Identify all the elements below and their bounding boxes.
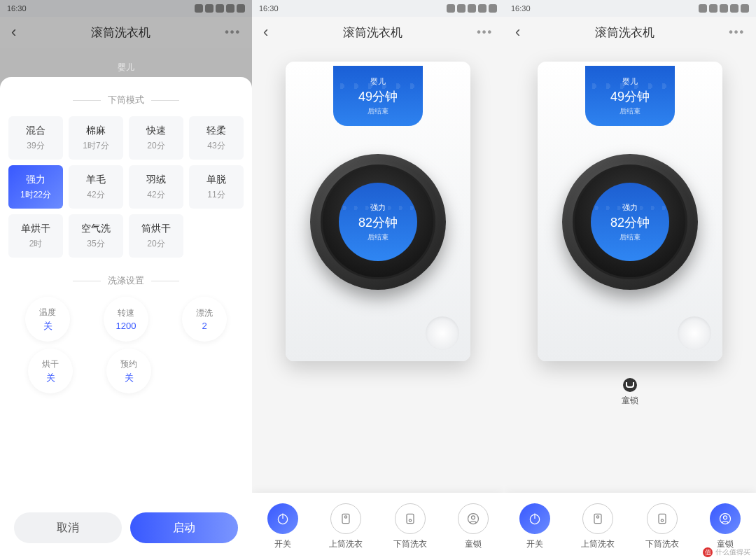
mode-time: 1时7分	[83, 140, 108, 152]
main-sub: 后结束	[620, 232, 640, 242]
back-icon[interactable]: ‹	[515, 23, 520, 41]
power-icon	[267, 503, 298, 534]
more-icon[interactable]: •••	[477, 26, 493, 38]
mode-time: 11分	[207, 189, 225, 201]
mode-time: 35分	[87, 238, 104, 250]
mode-option[interactable]: 混合39分	[8, 116, 63, 160]
mode-option[interactable]: 强力1时22分	[8, 165, 63, 209]
mode-option[interactable]: 棉麻1时7分	[69, 116, 123, 160]
mode-name: 强力	[26, 174, 46, 186]
screen-mode-sheet: 16:30 ‹ 滚筒洗衣机 ••• 婴儿 下筒模式 混合39分棉麻1时7分快速2…	[0, 0, 252, 560]
top-drum-mode: 婴儿	[370, 76, 386, 87]
mode-time: 2时	[29, 238, 43, 250]
more-icon[interactable]: •••	[729, 26, 745, 38]
watermark-logo-icon: 值	[703, 547, 713, 557]
mode-sheet: 下筒模式 混合39分棉麻1时7分快速20分轻柔43分强力1时22分羊毛42分羽绒…	[0, 77, 252, 560]
screen-device-main: 16:30 ‹ 滚筒洗衣机 ••• 婴儿 49分钟 后结束 强力 82分钟 后结…	[252, 0, 504, 560]
nav-item-lock[interactable]: 童锁	[710, 503, 741, 550]
sheet-actions: 取消 启动	[8, 504, 244, 560]
svg-point-14	[720, 513, 731, 524]
mode-name: 混合	[26, 125, 46, 137]
main-dial[interactable]: 强力 82分钟 后结束	[562, 154, 698, 290]
wash-label: 转速	[118, 307, 134, 319]
modes-heading: 下筒模式	[8, 94, 244, 106]
mode-option[interactable]: 羽绒42分	[129, 165, 183, 209]
status-time: 16:30	[511, 4, 531, 13]
app-header: ‹ 滚筒洗衣机 •••	[504, 17, 756, 48]
wash-setting[interactable]: 转速1200	[104, 297, 148, 342]
mode-time: 43分	[207, 140, 225, 152]
child-lock-indicator: 童锁	[504, 378, 756, 407]
status-bar: 16:30	[252, 0, 504, 17]
nav-label: 上筒洗衣	[329, 538, 363, 550]
top-drum-icon	[330, 503, 361, 534]
svg-point-11	[596, 515, 598, 517]
wash-setting[interactable]: 烘干关	[28, 349, 73, 393]
wash-label: 烘干	[42, 358, 59, 370]
main-dial[interactable]: 强力 82分钟 后结束	[310, 154, 446, 290]
nav-item-bottom-drum[interactable]: 下筒洗衣	[393, 503, 427, 550]
detergent-indicator	[678, 316, 711, 350]
device-card: 婴儿 49分钟 后结束 强力 82分钟 后结束	[286, 62, 470, 361]
nav-label: 上筒洗衣	[581, 538, 615, 550]
mode-option[interactable]: 羊毛42分	[69, 165, 123, 209]
mode-option[interactable]: 单脱11分	[189, 165, 244, 209]
status-time: 16:30	[7, 4, 27, 13]
main-duration: 82分钟	[610, 214, 650, 231]
svg-point-13	[661, 519, 663, 521]
mode-grid: 混合39分棉麻1时7分快速20分轻柔43分强力1时22分羊毛42分羽绒42分单脱…	[8, 116, 244, 258]
mode-time: 39分	[27, 140, 44, 152]
mode-option[interactable]: 快速20分	[129, 116, 183, 160]
status-icons	[447, 4, 497, 13]
bottom-drum-icon	[395, 503, 426, 534]
watermark-text: 什么值得买	[715, 547, 750, 557]
status-bar: 16:30	[504, 0, 756, 17]
mode-option[interactable]: 单烘干2时	[8, 214, 63, 258]
mode-time: 20分	[147, 140, 164, 152]
mode-time: 20分	[147, 238, 164, 250]
main-sub: 后结束	[368, 232, 388, 242]
nav-item-top-drum[interactable]: 上筒洗衣	[329, 503, 363, 550]
detergent-indicator	[426, 316, 459, 350]
more-icon[interactable]: •••	[225, 26, 241, 38]
mode-option[interactable]: 筒烘干20分	[129, 214, 183, 258]
child-lock-label: 童锁	[504, 395, 756, 407]
back-icon[interactable]: ‹	[11, 23, 16, 41]
wash-value: 关	[46, 372, 55, 384]
wash-label: 预约	[120, 358, 137, 370]
mode-option[interactable]: 轻柔43分	[189, 116, 244, 160]
nav-item-power[interactable]: 开关	[267, 503, 298, 550]
top-drum-display[interactable]: 婴儿 49分钟 后结束	[333, 66, 423, 126]
page-title: 滚筒洗衣机	[595, 24, 654, 41]
start-button[interactable]: 启动	[130, 512, 238, 543]
svg-point-7	[472, 515, 475, 519]
mode-name: 筒烘干	[141, 223, 171, 235]
mode-name: 单脱	[206, 174, 226, 186]
app-header: ‹ 滚筒洗衣机 •••	[0, 17, 252, 48]
main-duration: 82分钟	[358, 214, 398, 231]
back-icon[interactable]: ‹	[263, 23, 268, 41]
mode-name: 轻柔	[206, 125, 226, 137]
screen-child-lock: 16:30 ‹ 滚筒洗衣机 ••• 婴儿 49分钟 后结束 强力 82分钟 后结…	[504, 0, 756, 560]
status-time: 16:30	[259, 4, 279, 13]
wash-setting[interactable]: 温度关	[25, 297, 70, 342]
mode-time: 42分	[147, 189, 164, 201]
nav-label: 开关	[526, 538, 543, 550]
cancel-button[interactable]: 取消	[14, 512, 122, 543]
nav-item-lock[interactable]: 童锁	[458, 503, 489, 550]
status-icons	[699, 4, 749, 13]
status-icons	[195, 4, 245, 13]
wash-setting[interactable]: 预约关	[106, 349, 151, 393]
nav-item-power[interactable]: 开关	[519, 503, 550, 550]
page-title: 滚筒洗衣机	[91, 24, 150, 41]
wash-label: 温度	[39, 307, 56, 318]
wash-value: 关	[125, 372, 134, 384]
nav-item-bottom-drum[interactable]: 下筒洗衣	[645, 503, 679, 550]
wash-setting[interactable]: 漂洗2	[182, 297, 227, 342]
mode-name: 单烘干	[21, 223, 50, 235]
nav-label: 下筒洗衣	[645, 538, 679, 550]
top-drum-display[interactable]: 婴儿 49分钟 后结束	[585, 66, 675, 126]
mode-time: 1时22分	[20, 189, 51, 201]
mode-option[interactable]: 空气洗35分	[69, 214, 123, 258]
nav-item-top-drum[interactable]: 上筒洗衣	[581, 503, 615, 550]
